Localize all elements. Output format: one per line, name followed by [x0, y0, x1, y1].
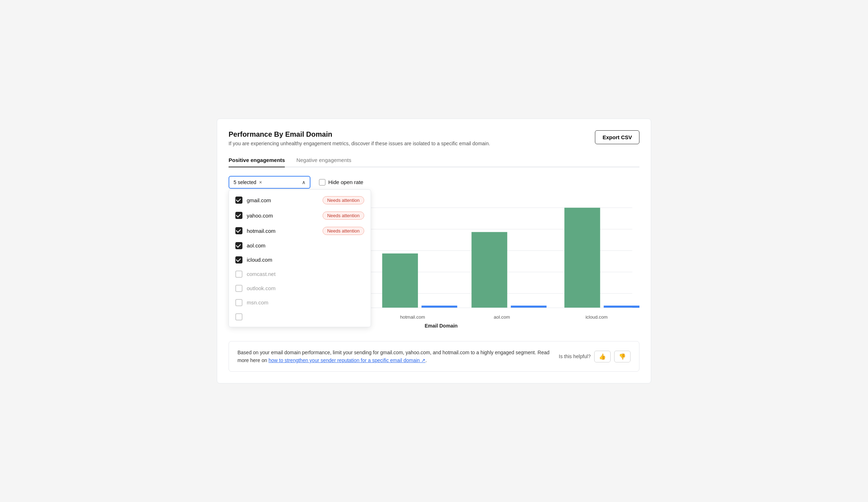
domain-dropdown-menu: gmail.com Needs attention yahoo.com Need…	[229, 189, 371, 327]
thumbs-down-button[interactable]: 👎	[614, 351, 631, 362]
icloud-checkbox[interactable]	[235, 256, 242, 263]
bar-green-icloud	[564, 208, 600, 308]
tab-positive-engagements[interactable]: Positive engagements	[229, 153, 285, 167]
tab-negative-engagements[interactable]: Negative engagements	[296, 153, 351, 167]
needs-attention-badge: Needs attention	[323, 227, 364, 235]
domain-label: icloud.com	[247, 257, 364, 263]
outlook-checkbox[interactable]	[235, 285, 242, 292]
selected-count-badge: 5 selected	[234, 179, 256, 185]
yahoo-checkbox[interactable]	[235, 212, 242, 219]
gmail-checkbox[interactable]	[235, 197, 242, 204]
bar-green-aol	[471, 232, 507, 308]
comcast-checkbox[interactable]	[235, 271, 242, 278]
insight-text: Based on your email domain performance, …	[237, 349, 553, 365]
domain-label: hotmail.com	[247, 228, 318, 234]
hide-open-rate-label[interactable]: Hide open rate	[319, 179, 363, 185]
thumbs-up-button[interactable]: 👍	[594, 351, 611, 362]
x-axis-label: Email Domain	[425, 323, 458, 328]
list-item[interactable]: comcast.net	[229, 267, 371, 281]
hide-open-rate-checkbox[interactable]	[319, 179, 325, 185]
title-block: Performance By Email Domain If you are e…	[229, 130, 490, 146]
needs-attention-badge: Needs attention	[323, 211, 364, 220]
bar-blue-aol	[511, 305, 547, 308]
helpful-block: Is this helpful? 👍 👎	[559, 351, 631, 362]
domain-label: comcast.net	[247, 271, 364, 277]
page-title: Performance By Email Domain	[229, 130, 490, 138]
domain-dropdown-wrapper: 5 selected × ∧ gmail.com Needs attention…	[229, 176, 310, 189]
list-item[interactable]: outlook.com	[229, 281, 371, 296]
aol-checkbox[interactable]	[235, 242, 242, 249]
tabs-container: Positive engagements Negative engagement…	[229, 153, 639, 167]
bar-blue-icloud	[604, 305, 639, 308]
domain-label: aol.com	[247, 242, 364, 249]
chevron-up-icon: ∧	[302, 179, 305, 185]
domain-label: gmail.com	[247, 197, 318, 203]
header-row: Performance By Email Domain If you are e…	[229, 130, 639, 146]
needs-attention-badge: Needs attention	[323, 196, 364, 204]
controls-row: 5 selected × ∧ gmail.com Needs attention…	[229, 176, 639, 189]
x-label-icloud: icloud.com	[585, 314, 607, 319]
hide-open-rate-text: Hide open rate	[328, 179, 363, 185]
performance-card: Performance By Email Domain If you are e…	[217, 119, 651, 384]
domain-label: msn.com	[247, 299, 364, 305]
list-item[interactable]: hotmail.com Needs attention	[229, 223, 371, 239]
clear-selection-button[interactable]: ×	[259, 179, 262, 185]
list-item[interactable]: yahoo.com Needs attention	[229, 208, 371, 223]
more-checkbox[interactable]	[235, 313, 242, 320]
x-label-hotmail: hotmail.com	[400, 314, 425, 319]
list-item[interactable]: msn.com	[229, 296, 371, 310]
page-subtitle: If you are experiencing unhealthy engage…	[229, 141, 490, 146]
msn-checkbox[interactable]	[235, 299, 242, 306]
domain-label: outlook.com	[247, 285, 364, 291]
insight-text-after: .	[425, 357, 427, 363]
insight-box: Based on your email domain performance, …	[229, 341, 639, 372]
x-label-aol: aol.com	[494, 314, 510, 319]
bar-blue-hotmail	[422, 305, 457, 308]
bar-green-hotmail	[382, 253, 418, 308]
hotmail-checkbox[interactable]	[235, 227, 242, 234]
list-item-more	[229, 310, 371, 324]
helpful-label: Is this helpful?	[559, 354, 591, 359]
list-item[interactable]: icloud.com	[229, 253, 371, 267]
insight-link[interactable]: how to strengthen your sender reputation…	[268, 357, 425, 363]
export-csv-button[interactable]: Export CSV	[595, 130, 639, 144]
list-item[interactable]: gmail.com Needs attention	[229, 193, 371, 208]
domain-label: yahoo.com	[247, 213, 318, 219]
domain-dropdown-trigger[interactable]: 5 selected × ∧	[229, 176, 310, 189]
list-item[interactable]: aol.com	[229, 239, 371, 253]
